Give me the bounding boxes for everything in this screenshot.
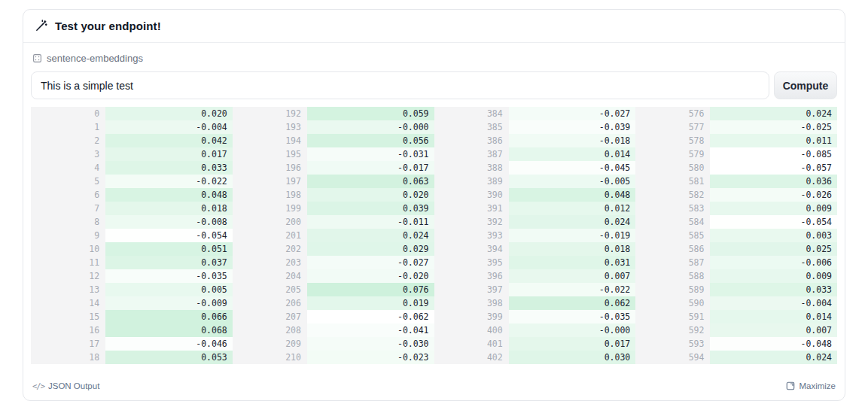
endpoint-test-card: Test your endpoint! sentence-embeddings …	[23, 9, 845, 401]
task-label: sentence-embeddings	[47, 53, 143, 64]
index-cell: 395	[434, 256, 509, 269]
value-cell: 0.024	[710, 107, 837, 120]
value-cell: 0.056	[307, 134, 434, 147]
endpoint-text-input[interactable]	[31, 71, 769, 99]
value-cell: 0.007	[509, 269, 636, 283]
index-cell: 398	[434, 296, 509, 310]
card-footer: </> JSON Output Maximize	[23, 381, 845, 400]
index-cell: 13	[31, 283, 105, 296]
value-cell: 0.007	[710, 323, 837, 337]
value-cell: -0.046	[105, 337, 233, 351]
value-cell: 0.076	[307, 283, 434, 296]
value-cell: -0.000	[509, 323, 636, 337]
index-cell: 208	[233, 323, 307, 337]
value-cell: 0.059	[307, 107, 434, 120]
value-cell: 0.017	[105, 147, 233, 161]
value-cell: -0.008	[105, 215, 233, 229]
value-cell: -0.027	[509, 107, 636, 120]
magic-wand-icon	[35, 20, 47, 32]
value-cell: -0.004	[710, 296, 837, 310]
index-cell: 593	[635, 337, 710, 351]
index-cell: 591	[635, 310, 710, 323]
index-cell: 12	[31, 269, 105, 283]
value-cell: 0.012	[509, 202, 636, 215]
index-cell: 5	[31, 175, 105, 188]
value-cell: 0.020	[307, 188, 434, 202]
task-type-icon	[32, 53, 42, 63]
index-cell: 4	[31, 161, 105, 175]
index-cell: 583	[635, 202, 710, 215]
index-cell: 401	[434, 337, 509, 351]
index-cell: 388	[434, 161, 509, 175]
value-cell: -0.022	[509, 283, 636, 296]
index-cell: 578	[635, 134, 710, 147]
value-cell: -0.057	[710, 161, 837, 175]
value-cell: 0.020	[105, 107, 233, 120]
index-cell: 200	[233, 215, 307, 229]
index-cell: 584	[635, 215, 710, 229]
value-cell: 0.014	[710, 310, 837, 323]
index-cell: 196	[233, 161, 307, 175]
value-cell: -0.009	[105, 296, 233, 310]
value-cell: -0.004	[105, 120, 233, 134]
task-row: sentence-embeddings	[23, 43, 845, 64]
index-cell: 194	[233, 134, 307, 147]
value-cell: -0.035	[509, 310, 636, 323]
value-cell: -0.045	[509, 161, 636, 175]
index-cell: 204	[233, 269, 307, 283]
value-cell: -0.027	[307, 256, 434, 269]
value-cell: 0.003	[710, 229, 837, 242]
value-cell: -0.054	[105, 229, 233, 242]
index-cell: 0	[31, 107, 105, 120]
index-cell: 205	[233, 283, 307, 296]
index-cell: 594	[635, 351, 710, 364]
index-cell: 585	[635, 229, 710, 242]
index-cell: 195	[233, 147, 307, 161]
index-cell: 392	[434, 215, 509, 229]
index-cell: 17	[31, 337, 105, 351]
value-cell: -0.006	[710, 256, 837, 269]
index-cell: 394	[434, 242, 509, 256]
index-cell: 400	[434, 323, 509, 337]
embedding-table[interactable]: 00.0201920.059384-0.0275760.0241-0.00419…	[31, 107, 837, 364]
value-cell: -0.048	[710, 337, 837, 351]
index-cell: 9	[31, 229, 105, 242]
value-cell: 0.029	[307, 242, 434, 256]
value-cell: 0.009	[710, 269, 837, 283]
maximize-button[interactable]: Maximize	[786, 381, 836, 390]
input-row: Compute	[31, 71, 837, 99]
index-cell: 577	[635, 120, 710, 134]
index-cell: 206	[233, 296, 307, 310]
index-cell: 384	[434, 107, 509, 120]
value-cell: 0.031	[509, 256, 636, 269]
index-cell: 576	[635, 107, 710, 120]
value-cell: -0.054	[710, 215, 837, 229]
index-cell: 209	[233, 337, 307, 351]
maximize-icon	[786, 381, 795, 390]
value-cell: 0.051	[105, 242, 233, 256]
index-cell: 396	[434, 269, 509, 283]
value-cell: 0.024	[307, 229, 434, 242]
value-cell: 0.062	[509, 296, 636, 310]
index-cell: 8	[31, 215, 105, 229]
value-cell: 0.024	[710, 351, 837, 364]
value-cell: 0.005	[105, 283, 233, 296]
value-cell: 0.063	[307, 175, 434, 188]
json-output-button[interactable]: </> JSON Output	[32, 381, 99, 390]
value-cell: -0.026	[710, 188, 837, 202]
index-cell: 203	[233, 256, 307, 269]
index-cell: 14	[31, 296, 105, 310]
index-cell: 581	[635, 175, 710, 188]
value-cell: 0.033	[105, 161, 233, 175]
compute-button[interactable]: Compute	[774, 71, 837, 99]
value-cell: -0.005	[509, 175, 636, 188]
index-cell: 199	[233, 202, 307, 215]
index-cell: 582	[635, 188, 710, 202]
value-cell: -0.062	[307, 310, 434, 323]
value-cell: -0.031	[307, 147, 434, 161]
value-cell: -0.022	[105, 175, 233, 188]
index-cell: 590	[635, 296, 710, 310]
index-cell: 399	[434, 310, 509, 323]
index-cell: 198	[233, 188, 307, 202]
index-cell: 7	[31, 202, 105, 215]
